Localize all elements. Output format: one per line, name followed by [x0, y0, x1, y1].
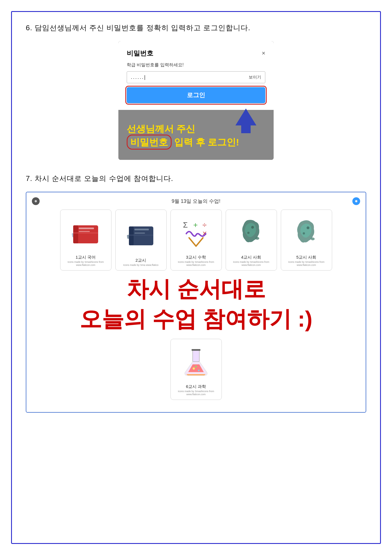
math-icon: Σ + ÷ ×	[181, 217, 211, 250]
outer-container: 6. 담임선생님께서 주신 비밀번호를 정확히 입력하고 로그인합니다. 비밀번…	[11, 11, 381, 544]
card-label-2: 2교시	[136, 258, 146, 263]
svg-rect-29	[192, 349, 200, 351]
subject-card-2[interactable]: 2교시 Icons made by Sma www.flatico	[115, 210, 167, 271]
svg-point-28	[195, 366, 197, 367]
inner-header-title: 9월 13일 오늘의 수업!	[172, 198, 220, 205]
show-password-button[interactable]: 보이기	[249, 75, 261, 80]
card-label-6: 6교시 과학	[186, 384, 206, 389]
circle-dot-icon	[34, 200, 37, 203]
card-icon-3: Σ + ÷ ×	[171, 210, 222, 255]
card-attribution-3: Icons made by Smashicons from www.flatic…	[171, 261, 222, 267]
svg-point-19	[251, 226, 254, 229]
card-label-5: 5교시 사회	[296, 255, 317, 260]
subject-card-5[interactable]: 5교시 사회 Icons made by Smashicons from www…	[281, 210, 332, 271]
svg-rect-13	[134, 229, 149, 230]
svg-point-1	[35, 200, 37, 202]
subject-card-6-wrapper: 6교시 과학 Icons made by Smashicons from www…	[32, 339, 360, 400]
subject-cards-row: 1교시 국어 Icons made by Smashicons from www…	[32, 210, 360, 271]
overlay-text-line2-rest: 입력 후 로그인!	[174, 137, 239, 147]
card-icon-4	[226, 210, 277, 255]
svg-text:Σ: Σ	[183, 221, 188, 229]
dialog-header: 비밀번호 ×	[127, 49, 265, 58]
map-icon-2	[292, 218, 320, 249]
close-icon[interactable]: ×	[262, 50, 265, 56]
circle-arrow-icon	[355, 200, 358, 203]
dialog-title: 비밀번호	[127, 49, 153, 58]
subject-card-6[interactable]: 6교시 과학 Icons made by Smashicons from www…	[170, 339, 222, 400]
inner-border: 9월 13일 오늘의 수업!	[26, 192, 366, 413]
dialog-subtitle: 학급 비밀번호를 입력하세요!	[127, 62, 265, 68]
card-icon-6	[171, 339, 222, 384]
subject-card-3[interactable]: Σ + ÷ × 3교시 수학 Icons mad	[170, 210, 222, 271]
svg-point-23	[303, 232, 305, 234]
card-attribution-4: Icons made by Smashicons from www.flatic…	[226, 261, 277, 267]
right-nav-button[interactable]	[352, 197, 360, 205]
svg-rect-14	[134, 233, 145, 234]
dialog-box: 비밀번호 × 학급 비밀번호를 입력하세요! ......| 보이기 로그인	[118, 41, 274, 110]
flask-icon	[182, 348, 210, 378]
inner-header: 9월 13일 오늘의 수업!	[32, 198, 360, 205]
svg-point-21	[255, 237, 259, 240]
book-dark-icon	[126, 219, 156, 252]
password-dots[interactable]: ......|	[131, 74, 249, 80]
dialog-outer: 비밀번호 × 학급 비밀번호를 입력하세요! ......| 보이기 로그인 선…	[118, 41, 274, 160]
card-attribution-1: Icons made by Smashicons from www.flatic…	[60, 261, 111, 267]
card-icon-1	[60, 210, 111, 255]
card-attribution-5: Icons made by Smashicons from www.flatic…	[281, 261, 332, 267]
overlay-text-line1: 선생님께서 주신	[127, 123, 239, 135]
svg-point-2	[355, 200, 357, 202]
svg-point-26	[193, 367, 195, 370]
svg-point-24	[311, 238, 315, 240]
svg-rect-6	[73, 232, 98, 234]
svg-rect-8	[79, 231, 90, 232]
dialog-bottom: 선생님께서 주신 비밀번호 입력 후 로그인!	[118, 110, 274, 160]
left-nav-button[interactable]	[32, 197, 40, 205]
dialog-wrapper: 비밀번호 × 학급 비밀번호를 입력하세요! ......| 보이기 로그인 선…	[26, 41, 366, 160]
svg-text:÷: ÷	[202, 221, 207, 229]
highlight-text: 비밀번호	[127, 135, 172, 150]
svg-rect-5	[73, 225, 78, 243]
svg-text:+: +	[193, 221, 198, 229]
svg-rect-12	[129, 234, 153, 236]
overlay-line1: 차시 순서대로	[32, 274, 360, 304]
svg-rect-25	[193, 350, 199, 362]
card-label-3: 3교시 수학	[186, 255, 206, 260]
card-attribution-6: Icons made by Smashicons from www.flatic…	[171, 390, 222, 396]
card-icon-2	[116, 210, 166, 258]
overlay-text-line2: 비밀번호 입력 후 로그인!	[127, 135, 239, 150]
section6-label: 6. 담임선생님께서 주신 비밀번호를 정확히 입력하고 로그인합니다.	[26, 23, 366, 33]
arrow-up-icon	[235, 109, 257, 133]
svg-point-27	[198, 370, 200, 371]
card-label-4: 4교시 사회	[241, 255, 261, 260]
overlay-container: 차시 순서대로 오늘의 수업 참여하기 :)	[32, 274, 360, 334]
overlay-line2: 오늘의 수업 참여하기 :)	[32, 304, 360, 334]
login-button[interactable]: 로그인	[127, 87, 265, 103]
svg-point-20	[247, 232, 250, 234]
card-icon-5	[281, 210, 332, 255]
svg-point-22	[307, 226, 309, 229]
svg-rect-7	[79, 228, 94, 229]
card-attribution-2: Icons made by Sma www.flatico	[123, 264, 158, 267]
password-input-row: ......| 보이기	[127, 71, 265, 83]
svg-marker-0	[236, 109, 256, 133]
card-label-1: 1교시 국어	[76, 255, 96, 260]
map-icon-1	[237, 218, 265, 249]
subject-card-4[interactable]: 4교시 사회 Icons made by Smashicons from www…	[226, 210, 277, 271]
section7-label: 7. 차시 순서대로 오늘의 수업에 참여합니다.	[26, 174, 366, 183]
book-red-icon	[70, 217, 101, 250]
subject-card-1[interactable]: 1교시 국어 Icons made by Smashicons from www…	[60, 210, 111, 271]
